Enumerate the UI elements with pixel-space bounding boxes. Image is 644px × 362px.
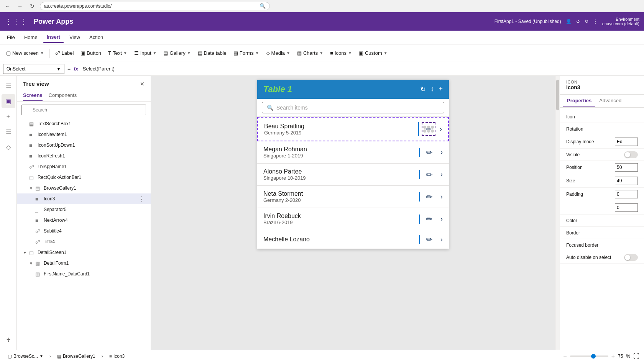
menu-home[interactable]: Home bbox=[20, 32, 41, 43]
tab-screens[interactable]: Screens bbox=[23, 90, 43, 101]
tree-item-detailscreen1[interactable]: ▼ ▢ DetailScreen1 bbox=[17, 247, 151, 258]
new-screen-button[interactable]: ▢ New screen ▼ bbox=[3, 47, 47, 59]
next-arrow-1[interactable]: › bbox=[440, 148, 443, 156]
next-arrow-3[interactable]: › bbox=[440, 193, 443, 201]
tree-item-separator5[interactable]: ⎯ Separator5 bbox=[17, 204, 151, 215]
property-selector[interactable]: OnSelect ▼ bbox=[3, 64, 64, 74]
gallery-item-0[interactable]: Beau Spratling Germany 5-2019 bbox=[257, 117, 449, 141]
gallery-item-1[interactable]: Megan Rohman Singapore 1-2019 ✎ › bbox=[257, 141, 449, 164]
canvas-scrollbar[interactable] bbox=[555, 76, 560, 350]
zoom-plus-button[interactable]: + bbox=[611, 353, 615, 360]
status-icon[interactable]: ■ Icon3 bbox=[106, 353, 128, 360]
chevron-down-icon-2: ▼ bbox=[123, 51, 127, 55]
redo-icon[interactable]: ↻ bbox=[585, 19, 588, 24]
button-button[interactable]: ▣ Button bbox=[77, 47, 104, 59]
label-button[interactable]: ☍ Label bbox=[52, 47, 77, 59]
toggle-dot bbox=[625, 152, 630, 157]
tree-item-title4[interactable]: ☍ Title4 bbox=[17, 236, 151, 247]
zoom-slider[interactable] bbox=[570, 355, 608, 357]
prop-visible-toggle[interactable] bbox=[624, 151, 638, 158]
custom-button[interactable]: ▣ Custom ▼ bbox=[356, 47, 391, 59]
tree-item-label: IconRefresh1 bbox=[38, 153, 65, 159]
next-arrow-4[interactable]: › bbox=[440, 215, 443, 223]
sidebar-media-icon[interactable]: ◇ bbox=[2, 140, 15, 154]
next-arrow-2[interactable]: › bbox=[440, 170, 443, 179]
sort-header-icon[interactable]: ↕ bbox=[430, 85, 434, 93]
edit-icon-col-0[interactable]: ✎ bbox=[418, 122, 438, 136]
prop-auto-disable-toggle[interactable] bbox=[624, 254, 638, 261]
sidebar-theme-icon[interactable]: ♰ bbox=[2, 333, 15, 347]
tree-item-detailform1[interactable]: ▼ ▨ DetailForm1 bbox=[17, 258, 151, 269]
gallery-button[interactable]: ▤ Gallery ▼ bbox=[160, 47, 194, 59]
back-button[interactable]: ← bbox=[3, 2, 12, 11]
zoom-minus-button[interactable]: − bbox=[563, 353, 567, 360]
sidebar-menu-icon[interactable]: ☰ bbox=[2, 79, 15, 93]
user-icon[interactable]: 👤 bbox=[566, 19, 572, 24]
sidebar-plus-icon[interactable]: + bbox=[2, 110, 15, 123]
prop-padding-input[interactable] bbox=[615, 190, 638, 198]
prop-display-mode-input[interactable] bbox=[615, 138, 638, 146]
gallery-item-2[interactable]: Alonso Partee Singapore 10-2019 ✎ › bbox=[257, 164, 449, 186]
share-icon[interactable]: ⋮ bbox=[593, 19, 598, 24]
sidebar-data-icon[interactable]: ☰ bbox=[2, 125, 15, 139]
tab-advanced[interactable]: Advanced bbox=[595, 95, 625, 107]
tab-components[interactable]: Components bbox=[49, 90, 77, 101]
tree-item-iconrefresh1[interactable]: ■ IconRefresh1 bbox=[17, 151, 151, 161]
icons-button[interactable]: ■ Icons ▼ bbox=[327, 47, 355, 59]
env-label: Environment bbox=[616, 17, 639, 21]
refresh-header-icon[interactable]: ↻ bbox=[420, 85, 426, 93]
prop-size-input[interactable] bbox=[615, 177, 638, 185]
gallery-item-4[interactable]: Irvin Roebuck Brazil 6-2019 ✎ › bbox=[257, 208, 449, 230]
tree-item-subtitle4[interactable]: ☍ Subtitle4 bbox=[17, 226, 151, 236]
tree-item-rectquickactionbar1[interactable]: ▢ RectQuickActionBar1 bbox=[17, 172, 151, 183]
tree-item-firstname-datacard1[interactable]: ▨ FirstName_DataCard1 bbox=[17, 269, 151, 279]
next-arrow-5[interactable]: › bbox=[440, 236, 443, 244]
screen-icon-status: ▢ bbox=[8, 354, 12, 359]
edit-icon-col-5[interactable]: ✎ bbox=[419, 235, 439, 244]
status-gallery[interactable]: ▤ BrowseGallery1 bbox=[54, 353, 99, 360]
menu-file[interactable]: File bbox=[3, 32, 19, 43]
next-arrow-0[interactable]: › bbox=[440, 125, 442, 133]
tree-item-iconsortupdown1[interactable]: ■ IconSortUpDown1 bbox=[17, 140, 151, 151]
tree-item-lblappname1[interactable]: ☍ LblAppName1 bbox=[17, 161, 151, 172]
tree-search-input[interactable] bbox=[21, 105, 146, 115]
add-header-icon[interactable]: + bbox=[439, 85, 443, 93]
menu-action[interactable]: Action bbox=[85, 32, 107, 43]
media-button[interactable]: ◇ Media ▼ bbox=[263, 47, 293, 59]
undo-icon[interactable]: ↺ bbox=[576, 19, 580, 24]
forward-button[interactable]: → bbox=[15, 2, 25, 11]
tree-item-iconnewitem1[interactable]: ■ IconNewItem1 bbox=[17, 129, 151, 140]
gallery-item-3[interactable]: Neta Storment Germany 2-2020 ✎ › bbox=[257, 186, 449, 208]
menu-view[interactable]: View bbox=[66, 32, 84, 43]
fullscreen-button[interactable]: ⛶ bbox=[633, 353, 639, 360]
close-icon[interactable]: ✕ bbox=[140, 81, 145, 87]
text-button[interactable]: T Text ▼ bbox=[105, 47, 130, 59]
data-table-button[interactable]: ▤ Data table bbox=[195, 47, 230, 59]
tree-item-nextarrow4[interactable]: ■ NextArrow4 bbox=[17, 215, 151, 226]
more-options-icon[interactable]: ⋮ bbox=[138, 195, 145, 203]
gallery-item-5[interactable]: Mechelle Lozano ✎ › bbox=[257, 230, 449, 249]
waffle-icon[interactable]: ⋮⋮⋮ bbox=[5, 17, 28, 26]
tree-item-textsearchbox1[interactable]: ▤ TextSearchBox1 bbox=[17, 118, 151, 129]
url-bar[interactable]: as.create.powerapps.com/studio/ 🔍 bbox=[40, 2, 270, 10]
search-box[interactable]: 🔍 Search items bbox=[262, 102, 444, 113]
edit-icon-col-1[interactable]: ✎ bbox=[419, 148, 439, 157]
refresh-button[interactable]: ↻ bbox=[28, 2, 37, 11]
scrollbar-thumb[interactable] bbox=[556, 80, 559, 110]
sidebar-screens-icon[interactable]: ▣ bbox=[2, 94, 15, 108]
prop-position-input[interactable] bbox=[615, 163, 638, 172]
edit-icon-col-4[interactable]: ✎ bbox=[419, 215, 439, 224]
gallery-item-sub-2: Singapore 10-2019 bbox=[263, 175, 419, 181]
tab-properties[interactable]: Properties bbox=[563, 95, 595, 107]
edit-icon-col-3[interactable]: ✎ bbox=[419, 192, 439, 201]
charts-button[interactable]: ▩ Charts ▼ bbox=[294, 47, 326, 59]
menu-insert[interactable]: Insert bbox=[43, 32, 64, 43]
formula-input[interactable] bbox=[81, 64, 641, 74]
status-browse-screen[interactable]: ▢ BrowseSc... ▼ bbox=[5, 353, 46, 360]
prop-padding2-input[interactable] bbox=[615, 203, 638, 212]
tree-item-icon3[interactable]: ■ Icon3 ⋮ bbox=[17, 193, 151, 204]
tree-item-browsegallery1[interactable]: ▼ ▤ BrowseGallery1 bbox=[17, 183, 151, 193]
input-button[interactable]: ☰ Input ▼ bbox=[131, 47, 160, 59]
edit-icon-col-2[interactable]: ✎ bbox=[419, 170, 439, 179]
forms-button[interactable]: ▨ Forms ▼ bbox=[230, 47, 262, 59]
